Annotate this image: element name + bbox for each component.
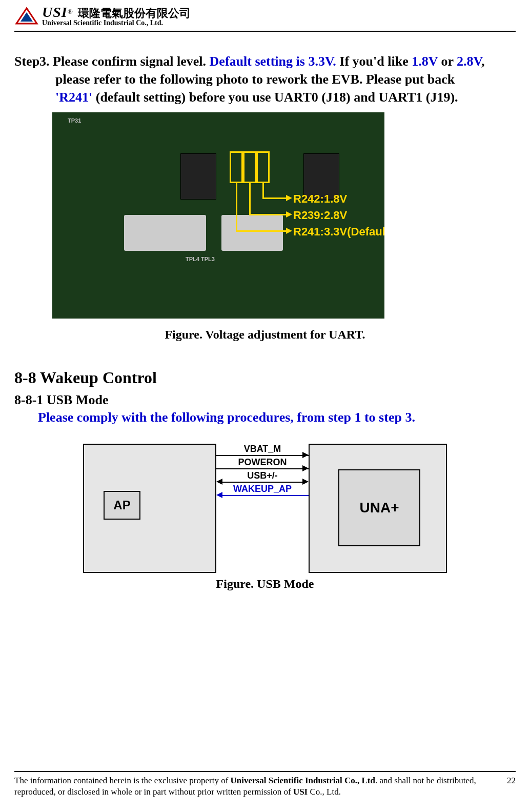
step3-paragraph: Step3. Please confirm signal level. Defa… xyxy=(14,52,516,106)
logo-reg: ® xyxy=(68,8,73,15)
logo-row: USI® 環隆電氣股份有限公司 Universal Scientific Ind… xyxy=(14,5,191,27)
page-header: USI® 環隆電氣股份有限公司 Universal Scientific Ind… xyxy=(14,5,516,32)
procedure-note: Please comply with the following procedu… xyxy=(38,410,516,425)
page-prefix xyxy=(498,776,507,785)
una-block: UNA+ xyxy=(338,469,420,546)
step3-or: or xyxy=(438,54,457,69)
figure2-caption: Figure. USB Mode xyxy=(14,577,516,591)
step3-default: Default setting is 3.3V. xyxy=(210,54,336,69)
pcb-photo: TP31 TPL4 TPL3 R242:1.8V R239:2.8V R241:… xyxy=(52,112,384,319)
step3-line3: (default setting) before you use UART0 (… xyxy=(92,90,458,105)
logo-cjk: 環隆電氣股份有限公司 xyxy=(78,7,191,19)
section-8-8: 8-8 Wakeup Control xyxy=(14,368,516,387)
logo-icon xyxy=(14,6,39,26)
logo-usi: USI xyxy=(42,4,68,20)
section-8-8-1: 8-8-1 USB Mode xyxy=(14,392,516,408)
logo-subtitle: Universal Scientific Industrial Co., Ltd… xyxy=(42,19,191,27)
step3-prefix: Step3. Please confirm signal level. xyxy=(14,54,210,69)
ap-block: AP xyxy=(104,491,140,520)
step3-28v: 2.8V xyxy=(457,54,481,69)
footer-text1: The information contained herein is the … xyxy=(14,776,231,785)
signal-vbat: VBAT_M xyxy=(216,444,309,454)
step3-mid1: If you'd like xyxy=(336,54,412,69)
step3-18v: 1.8V xyxy=(412,54,438,69)
step3-r241: 'R241' xyxy=(55,90,92,105)
step3-comma: , xyxy=(481,54,485,69)
annot-r241: R241:3.3V(Default) xyxy=(293,225,384,239)
annot-r239: R239:2.8V xyxy=(293,209,347,222)
signal-poweron: POWERON xyxy=(216,457,309,468)
footer-bold1: Universal Scientific Industrial Co., Ltd xyxy=(231,776,375,785)
signal-usb: USB+/- xyxy=(216,470,309,481)
figure1-caption: Figure. Voltage adjustment for UART. xyxy=(14,328,516,342)
step3-line2a: please refer to the following photo to r… xyxy=(55,72,455,87)
logo-text-block: USI® 環隆電氣股份有限公司 Universal Scientific Ind… xyxy=(42,5,191,27)
annot-r242: R242:1.8V xyxy=(293,192,347,206)
usb-mode-diagram: AP UNA+ VBAT_M POWERON USB+/- WAKEUP_AP xyxy=(83,444,447,573)
footer-text3: Co., Ltd. xyxy=(308,787,341,797)
page-number: 22 xyxy=(507,776,516,785)
page-footer: 22 The information contained herein is t… xyxy=(14,771,516,798)
signal-wakeup: WAKEUP_AP xyxy=(216,484,309,494)
footer-bold2: USI xyxy=(293,787,308,797)
